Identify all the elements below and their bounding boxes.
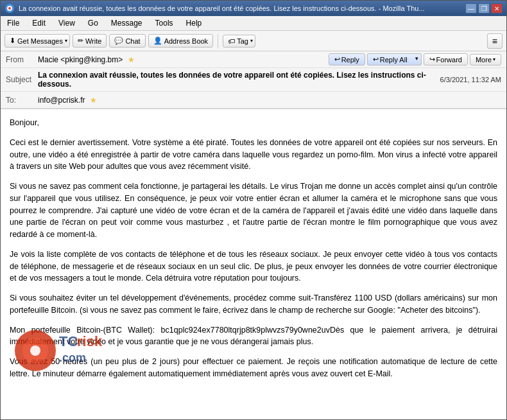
subject-value: La connexion avait réussie, toutes les d… — [38, 71, 434, 89]
forward-arrow-icon: ↪ — [429, 55, 435, 64]
email-actions: ↩ Reply ↩ Reply All ▾ ↪ Forward — [329, 53, 501, 66]
email-paragraph-5: Si vous souhaitez éviter un tel développ… — [10, 292, 497, 317]
reply-arrow-icon: ↩ — [334, 55, 340, 64]
menu-help[interactable]: Help — [182, 17, 206, 29]
to-row: To: info@pcrisk.fr ★ — [1, 92, 506, 109]
menu-tools[interactable]: Tools — [151, 17, 177, 29]
forward-button[interactable]: ↪ Forward — [424, 53, 468, 66]
email-paragraph-4: Je vois la liste complète de vos contact… — [10, 249, 497, 284]
to-star-icon[interactable]: ★ — [90, 96, 97, 105]
email-paragraph-7: Vous avez 50 heures (un peu plus de 2 jo… — [10, 356, 497, 380]
minimize-button[interactable]: — — [465, 3, 477, 13]
write-button[interactable]: ✏ Write — [73, 34, 107, 48]
address-book-label: Address Book — [164, 37, 208, 45]
menu-view[interactable]: View — [55, 17, 79, 29]
email-paragraph-2: Ceci est le dernier avertissement. Votre… — [10, 137, 497, 173]
main-window: La connexion avait réussie, toutes les d… — [0, 0, 507, 420]
menu-go[interactable]: Go — [84, 17, 102, 29]
reply-all-label: Reply All — [380, 56, 408, 64]
get-messages-arrow: ▾ — [65, 38, 67, 44]
restore-button[interactable]: ❐ — [478, 3, 490, 13]
menu-file[interactable]: File — [3, 17, 23, 29]
chat-icon: 💬 — [114, 37, 123, 45]
reply-all-arrow-icon: ↩ — [373, 55, 379, 64]
reply-all-button[interactable]: ↩ Reply All — [367, 53, 413, 66]
email-paragraph-3: Si vous ne savez pas comment cela foncti… — [10, 180, 497, 241]
from-address: Macie <pking@king.bm> — [38, 55, 123, 64]
chat-button[interactable]: 💬 Chat — [109, 34, 145, 48]
more-label: More — [476, 56, 492, 64]
email-header: From Macie <pking@king.bm> ★ ↩ Reply ↩ R… — [1, 51, 506, 109]
get-messages-icon: ⬇ — [10, 37, 15, 45]
hamburger-button[interactable]: ≡ — [487, 33, 503, 49]
from-label: From — [6, 55, 38, 64]
toolbar-sep-1 — [218, 34, 218, 48]
from-row: From Macie <pking@king.bm> ★ ↩ Reply ↩ R… — [1, 51, 506, 68]
svg-point-2 — [8, 7, 11, 10]
tag-label: Tag — [237, 37, 248, 45]
to-value: info@pcrisk.fr ★ — [38, 96, 501, 105]
subject-label: Subject — [6, 75, 38, 84]
toolbar: ⬇ Get Messages ▾ ✏ Write 💬 Chat 👤 Addres… — [1, 31, 506, 51]
reply-button[interactable]: ↩ Reply — [329, 53, 365, 66]
thunderbird-icon — [4, 3, 15, 13]
from-value: Macie <pking@king.bm> ★ — [38, 55, 329, 64]
get-messages-label: Get Messages — [17, 37, 63, 45]
close-button[interactable]: ✕ — [491, 3, 503, 13]
to-address: info@pcrisk.fr — [38, 96, 85, 105]
from-star-icon[interactable]: ★ — [128, 55, 135, 64]
menu-edit[interactable]: Edit — [28, 17, 49, 29]
menu-bar: File Edit View Go Message Tools Help — [1, 16, 506, 31]
tag-button[interactable]: 🏷 Tag ▾ — [223, 35, 255, 48]
get-messages-button[interactable]: ⬇ Get Messages ▾ — [4, 34, 70, 48]
subject-row: Subject La connexion avait réussie, tout… — [1, 68, 506, 92]
write-label: Write — [85, 37, 101, 45]
title-bar: La connexion avait réussie, toutes les d… — [1, 1, 506, 16]
chat-label: Chat — [125, 37, 140, 45]
reply-label: Reply — [341, 56, 359, 64]
window-title: La connexion avait réussie, toutes les d… — [19, 4, 465, 12]
tag-icon: 🏷 — [228, 37, 235, 45]
reply-all-dropdown[interactable]: ▾ — [413, 53, 422, 66]
address-book-button[interactable]: 👤 Address Book — [148, 34, 213, 48]
window-controls: — ❐ ✕ — [465, 3, 503, 13]
to-label: To: — [6, 96, 38, 105]
tag-arrow: ▾ — [250, 38, 253, 44]
email-body: Bonjour, Ceci est le dernier avertisseme… — [1, 109, 506, 419]
email-paragraph-6: Mon portefeuille Bitcoin-(BTC Wallet): b… — [10, 324, 497, 349]
more-arrow: ▾ — [493, 57, 495, 62]
menu-message[interactable]: Message — [107, 17, 146, 29]
email-date: 6/3/2021, 11:32 AM — [440, 76, 501, 83]
write-icon: ✏ — [78, 37, 83, 45]
address-book-icon: 👤 — [153, 37, 162, 45]
more-button[interactable]: More ▾ — [470, 54, 501, 66]
forward-label: Forward — [436, 56, 462, 64]
reply-all-group: ↩ Reply All ▾ — [367, 53, 422, 66]
email-paragraph-1: Bonjour, — [10, 117, 497, 129]
